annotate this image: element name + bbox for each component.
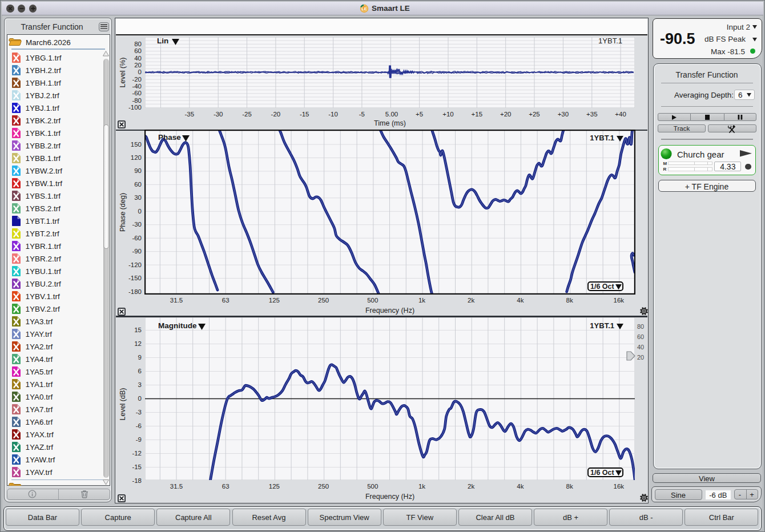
svg-text:LE: LE: [362, 7, 367, 11]
